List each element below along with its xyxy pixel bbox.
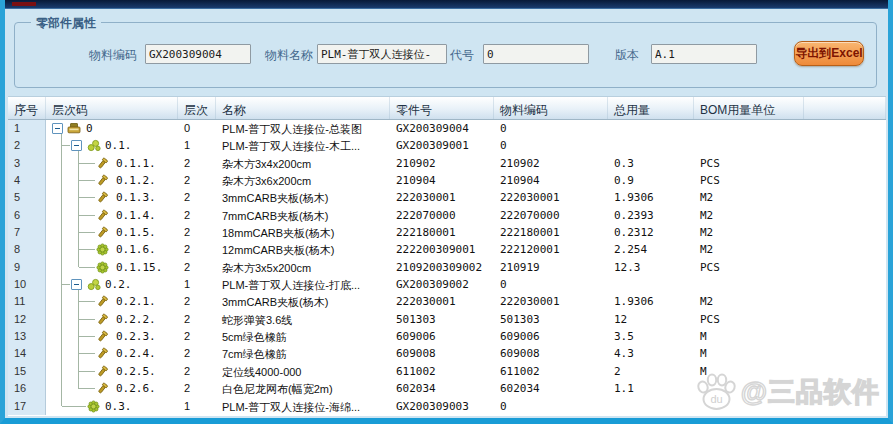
level-cell: 2 <box>178 380 216 397</box>
column-header-6[interactable]: 物料编码 <box>494 97 608 119</box>
table-row[interactable]: 50.1.3.23mmCARB夹板(杨木)2220300012220300011… <box>8 189 886 206</box>
row-number-cell: 14 <box>8 345 46 362</box>
table-header-row: 序号层次码层次名称零件号物料编码总用量BOM用量单位 <box>8 96 886 120</box>
tree-expand-toggle[interactable] <box>71 140 82 151</box>
table-row[interactable]: 30.1.1.2杂木方3x4x200cm2109022109020.3PCS <box>8 155 886 172</box>
total-qty-cell: 1.9306 <box>608 189 694 206</box>
row-number-cell: 12 <box>8 311 46 328</box>
bom-unit-cell: M2 <box>694 224 804 241</box>
tree-line <box>61 207 62 224</box>
level-code-cell: 0.1. <box>46 137 178 154</box>
tree-line <box>79 215 95 216</box>
bom-unit-cell: PCS <box>694 311 804 328</box>
level-code-cell: 0 <box>46 120 178 137</box>
level-cell: 1 <box>178 276 216 293</box>
bom-unit-cell: M <box>694 380 804 397</box>
table-row[interactable]: 70.1.5.218mmCARB夹板(杨木)222180001222180001… <box>8 224 886 241</box>
tree-line <box>61 293 62 310</box>
total-qty-cell <box>608 276 694 293</box>
material-code-input[interactable] <box>145 44 251 64</box>
row-number-cell: 15 <box>8 363 46 380</box>
name-cell: 3mmCARB夹板(杨木) <box>216 293 390 310</box>
level-code-cell: 0.1.1. <box>46 155 178 172</box>
level-cell: 2 <box>178 224 216 241</box>
part-no-cell: 210904 <box>390 172 494 189</box>
column-header-5[interactable]: 零件号 <box>390 97 494 119</box>
row-filler <box>804 293 886 310</box>
screw-icon <box>96 226 110 239</box>
table-row[interactable]: 60.1.4.27mmCARB夹板(杨木)2220700002220700000… <box>8 207 886 224</box>
row-filler <box>804 398 886 415</box>
column-header-1[interactable]: 序号 <box>8 97 46 119</box>
row-number-cell: 5 <box>8 189 46 206</box>
code-label: 代号 <box>450 47 474 64</box>
table-row[interactable]: 130.2.3.25cm绿色橡筋6090066090063.5M <box>8 328 886 345</box>
level-code-cell: 0.3. <box>46 398 178 415</box>
table-row[interactable]: 140.2.4.27cm绿色橡筋6090086090084.3M <box>8 345 886 362</box>
table-row[interactable]: 100PLM-普丁双人连接位-总装图GX2003090040 <box>8 120 886 137</box>
row-number-cell: 9 <box>8 259 46 276</box>
table-row[interactable]: 40.1.2.2杂木方3x6x200cm2109042109040.9PCS <box>8 172 886 189</box>
column-header-4[interactable]: 名称 <box>216 97 390 119</box>
bom-unit-cell <box>694 276 804 293</box>
part-no-cell: 611002 <box>390 363 494 380</box>
table-row[interactable]: 90.1.15.2杂木方3x5x200cm2109200309002210919… <box>8 259 886 276</box>
table-row[interactable]: 20.1.1PLM-普丁双人连接位-木工...GX2003090010 <box>8 137 886 154</box>
column-header-8[interactable]: BOM用量单位 <box>694 97 804 119</box>
tree-line <box>79 319 95 320</box>
level-code-text: 0.1.1. <box>116 157 156 170</box>
level-cell: 2 <box>178 363 216 380</box>
tree-line <box>62 406 86 407</box>
name-cell: 12mmCARB夹板(杨木) <box>216 241 390 258</box>
bom-unit-cell: PCS <box>694 259 804 276</box>
level-code-cell: 0.2. <box>46 276 178 293</box>
name-cell: 蛇形弹簧3.6线 <box>216 311 390 328</box>
table-row[interactable]: 110.2.1.23mmCARB夹板(杨木)222030001222030001… <box>8 293 886 310</box>
screw-icon <box>96 295 110 308</box>
tree-line <box>61 241 62 258</box>
name-cell: 杂木方3x6x200cm <box>216 172 390 189</box>
row-number-cell: 10 <box>8 276 46 293</box>
table-row[interactable]: 170.3.1PLM-普丁双人连接位-海绵...GX2003090030 <box>8 398 886 415</box>
name-cell: PLM-普丁双人连接位-总装图 <box>216 120 390 137</box>
bom-window: 零部件属性 物料编码 物料名称 代号 版本 导出到Excel 序号层次码层次名称… <box>0 0 893 424</box>
table-row[interactable]: 160.2.6.2白色尼龙网布(幅宽2m)6020346020341.1M <box>8 380 886 397</box>
gear-icon <box>87 400 101 413</box>
export-to-excel-button[interactable]: 导出到Excel <box>794 41 864 66</box>
material-code-cell: 222030001 <box>494 189 608 206</box>
gear-icon <box>96 243 110 256</box>
part-no-cell: 222030001 <box>390 189 494 206</box>
total-qty-cell: 12 <box>608 311 694 328</box>
group-title: 零部件属性 <box>31 15 101 32</box>
column-header-7[interactable]: 总用量 <box>608 97 694 119</box>
tree-line <box>61 224 62 241</box>
table-row[interactable]: 120.2.2.2蛇形弹簧3.6线50130350130312PCS <box>8 311 886 328</box>
level-code-text: 0.2.4. <box>116 347 156 360</box>
tree-expand-toggle[interactable] <box>71 279 82 290</box>
level-cell: 2 <box>178 241 216 258</box>
tree-expand-toggle[interactable] <box>52 123 63 134</box>
bom-unit-cell: M <box>694 363 804 380</box>
total-qty-cell: 3.5 <box>608 328 694 345</box>
version-label: 版本 <box>615 47 639 64</box>
version-input[interactable] <box>651 44 757 64</box>
name-cell: PLM-普丁双人连接位-海绵... <box>216 398 390 415</box>
row-number-cell: 2 <box>8 137 46 154</box>
bom-unit-cell: PCS <box>694 172 804 189</box>
level-code-cell: 0.1.6. <box>46 241 178 258</box>
column-header-3[interactable]: 层次 <box>178 97 216 119</box>
tree-line <box>61 345 62 362</box>
row-number-cell: 7 <box>8 224 46 241</box>
row-number-cell: 8 <box>8 241 46 258</box>
table-row[interactable]: 80.1.6.212mmCARB夹板(杨木)222200309001222120… <box>8 241 886 258</box>
bom-unit-cell: M2 <box>694 241 804 258</box>
material-name-input[interactable] <box>317 44 447 64</box>
bom-unit-cell <box>694 398 804 415</box>
code-input[interactable] <box>483 44 589 64</box>
tree-line <box>61 172 62 189</box>
part-no-cell: 2109200309002 <box>390 259 494 276</box>
table-row[interactable]: 150.2.5.2定位线4000-0006110026110022M <box>8 363 886 380</box>
column-header-2[interactable]: 层次码 <box>46 97 178 119</box>
table-row[interactable]: 100.2.1PLM-普丁双人连接位-打底...GX2003090020 <box>8 276 886 293</box>
level-cell: 2 <box>178 328 216 345</box>
